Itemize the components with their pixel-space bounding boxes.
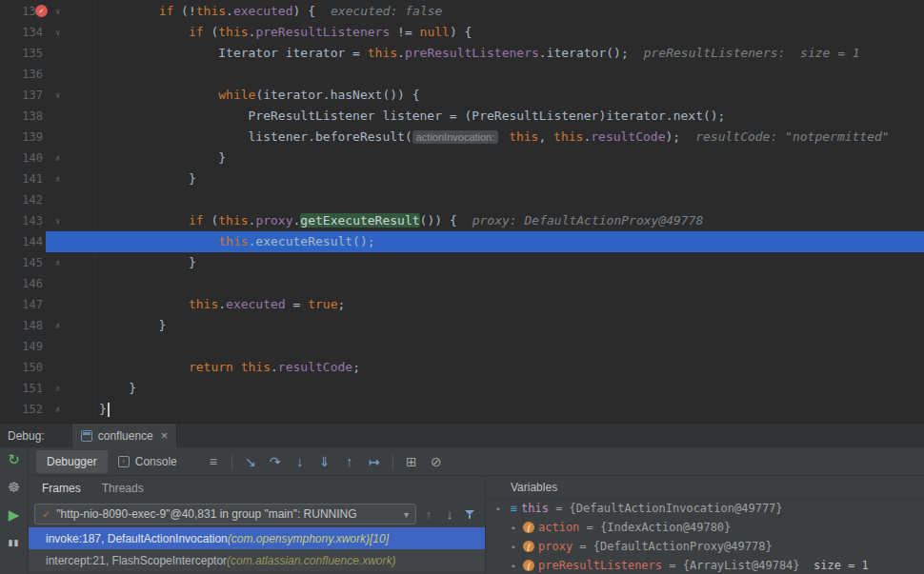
filter-frames-icon[interactable] xyxy=(464,507,477,521)
frame-location: invoke:187, DefaultActionInvocation xyxy=(46,532,228,545)
code-text: } xyxy=(95,168,924,189)
editor-line[interactable]: 150 return this.resultCode; xyxy=(0,357,924,378)
variable-row[interactable]: ▸fproxy = {DefaultActionProxy@49778} xyxy=(486,537,924,556)
variable-row[interactable]: ▸faction = {IndexAction@49780} xyxy=(486,518,924,537)
pause-program-icon[interactable]: ▮▮ xyxy=(9,535,20,550)
step-into-icon[interactable]: ↓ xyxy=(288,454,312,469)
editor[interactable]: 133✓∨ if (!this.executed) {executed: fal… xyxy=(0,0,924,423)
field-icon: f xyxy=(523,522,534,533)
fold-marker-icon[interactable]: ∧ xyxy=(55,378,60,399)
expand-chevron-icon[interactable]: ▸ xyxy=(507,561,521,570)
line-number: 140 xyxy=(0,148,46,168)
fold-marker-icon[interactable]: ∨ xyxy=(55,22,60,43)
session-tab-title: confluence xyxy=(98,429,153,443)
close-icon[interactable]: × xyxy=(161,430,169,442)
resume-program-icon[interactable]: ▶ xyxy=(9,507,20,523)
editor-line[interactable]: 140∧ } xyxy=(0,148,924,168)
tab-threads[interactable]: Threads xyxy=(102,482,144,495)
text-caret xyxy=(108,403,110,417)
line-number: 139 xyxy=(0,127,46,148)
expand-chevron-icon[interactable]: ▸ xyxy=(507,542,521,551)
gutter: ∧ xyxy=(46,315,95,336)
editor-line[interactable]: 135 Iterator iterator = this.preResultLi… xyxy=(0,43,924,64)
debugger-inline-hint: executed: false xyxy=(331,4,442,18)
gutter: ∧ xyxy=(46,399,95,420)
code-text: } xyxy=(95,148,924,168)
line-number: 143 xyxy=(0,210,46,231)
editor-line[interactable]: 141∧ } xyxy=(0,168,924,189)
run-to-cursor-icon[interactable]: ↦ xyxy=(362,454,387,469)
line-number: 137 xyxy=(0,85,46,106)
fold-marker-icon[interactable]: ∧ xyxy=(55,252,60,273)
variable-value: {DefaultActionInvocation@49777} xyxy=(570,502,783,515)
previous-frame-icon[interactable]: ↑ xyxy=(418,507,439,522)
thread-selector[interactable]: ✓ "http-nio-8090-exec-9"@40,831 in group… xyxy=(34,504,416,525)
editor-line[interactable]: 146 xyxy=(0,273,924,294)
editor-line[interactable]: 136 xyxy=(0,64,924,85)
debug-tool-window: ↻☸▶▮▮ Debugger › Console ≡↘↷↓⇓↑↦⊞⊘ Frame… xyxy=(0,447,924,574)
thread-status-icon: ✓ xyxy=(42,508,50,521)
tab-console[interactable]: › Console xyxy=(108,450,188,473)
gutter xyxy=(46,189,95,210)
variable-value: {IndexAction@49780} xyxy=(600,521,731,534)
gutter: ∨ xyxy=(46,85,95,106)
editor-line[interactable]: 148∧ } xyxy=(0,315,924,336)
tab-debugger[interactable]: Debugger xyxy=(36,450,108,473)
editor-line[interactable]: 147 this.executed = true; xyxy=(0,294,924,315)
editor-line[interactable]: 143∨ if (this.proxy.getExecuteResult()) … xyxy=(0,210,924,231)
fold-marker-icon[interactable]: ∨ xyxy=(55,85,60,106)
code-text: if (this.preResultListeners != null) { xyxy=(95,22,924,43)
editor-line[interactable]: 138 PreResultListener listener = (PreRes… xyxy=(0,106,924,127)
mute-breakpoints-icon[interactable]: ⊘ xyxy=(424,454,449,469)
next-frame-icon[interactable]: ↓ xyxy=(439,507,460,522)
expand-chevron-icon[interactable]: ▸ xyxy=(492,504,506,513)
editor-line[interactable]: 139 listener.beforeResult(actionInvocati… xyxy=(0,127,924,148)
tab-frames[interactable]: Frames xyxy=(42,482,81,495)
line-number: 149 xyxy=(0,336,46,357)
editor-line[interactable]: 144 this.executeResult(); xyxy=(0,231,924,252)
debug-tool-window-header: Debug: confluence × xyxy=(0,423,924,447)
code-text: this.executeResult(); xyxy=(95,231,924,252)
gutter: ∧ xyxy=(46,168,95,189)
variable-row[interactable]: ▸fpreResultListeners = {ArrayList@49784}… xyxy=(486,556,924,574)
code-text xyxy=(95,189,924,210)
fold-marker-icon[interactable]: ∨ xyxy=(55,210,60,231)
fold-marker-icon[interactable]: ∧ xyxy=(55,148,60,168)
variables-list: ▸≡this = {DefaultActionInvocation@49777}… xyxy=(486,499,924,574)
expand-chevron-icon[interactable]: ▸ xyxy=(507,523,521,532)
show-execution-point-icon[interactable]: ↘ xyxy=(238,454,263,469)
restore-layout-icon[interactable]: ≡ xyxy=(201,454,226,469)
editor-line[interactable]: 149 xyxy=(0,336,924,357)
force-step-into-icon[interactable]: ⇓ xyxy=(312,454,337,469)
tab-debugger-label: Debugger xyxy=(47,455,97,468)
editor-line[interactable]: 137∨ while(iterator.hasNext()) { xyxy=(0,85,924,106)
fold-marker-icon[interactable]: ∧ xyxy=(55,168,60,189)
rerun-debug-icon[interactable]: ↻ xyxy=(8,452,20,467)
line-number: 134 xyxy=(0,22,46,43)
fold-marker-icon[interactable]: ∨ xyxy=(55,1,60,22)
gutter: ∨ xyxy=(46,22,95,43)
field-icon: f xyxy=(523,541,534,552)
breakpoint-icon[interactable]: ✓ xyxy=(35,5,48,17)
step-over-icon[interactable]: ↷ xyxy=(263,454,288,469)
frame-row[interactable]: invoke:187, DefaultActionInvocation (com… xyxy=(29,527,485,549)
editor-line[interactable]: 152∧} xyxy=(0,399,924,420)
editor-line[interactable]: 151∧ } xyxy=(0,378,924,399)
editor-line[interactable]: 134∨ if (this.preResultListeners != null… xyxy=(0,22,924,43)
toolbar-separator xyxy=(392,454,393,469)
debug-session-tab-confluence[interactable]: confluence × xyxy=(71,424,178,448)
debug-toolbar: Debugger › Console ≡↘↷↓⇓↑↦⊞⊘ xyxy=(29,447,924,476)
gutter: ∧ xyxy=(46,252,95,273)
editor-line[interactable]: 145∧ } xyxy=(0,252,924,273)
frame-row[interactable]: intercept:21, FlashScopeInterceptor (com… xyxy=(29,549,485,571)
variable-row[interactable]: ▸≡this = {DefaultActionInvocation@49777} xyxy=(486,499,924,518)
fold-marker-icon[interactable]: ∧ xyxy=(55,315,60,336)
settings-icon[interactable]: ☸ xyxy=(8,480,20,495)
line-number: 141 xyxy=(0,168,46,189)
editor-line[interactable]: 142 xyxy=(0,189,924,210)
view-breakpoints-icon[interactable]: ⊞ xyxy=(399,454,424,469)
step-out-icon[interactable]: ↑ xyxy=(337,454,362,469)
editor-line[interactable]: 133✓∨ if (!this.executed) {executed: fal… xyxy=(0,1,924,22)
frames-nav-buttons: ↑↓ xyxy=(418,507,481,522)
fold-marker-icon[interactable]: ∧ xyxy=(55,399,60,420)
